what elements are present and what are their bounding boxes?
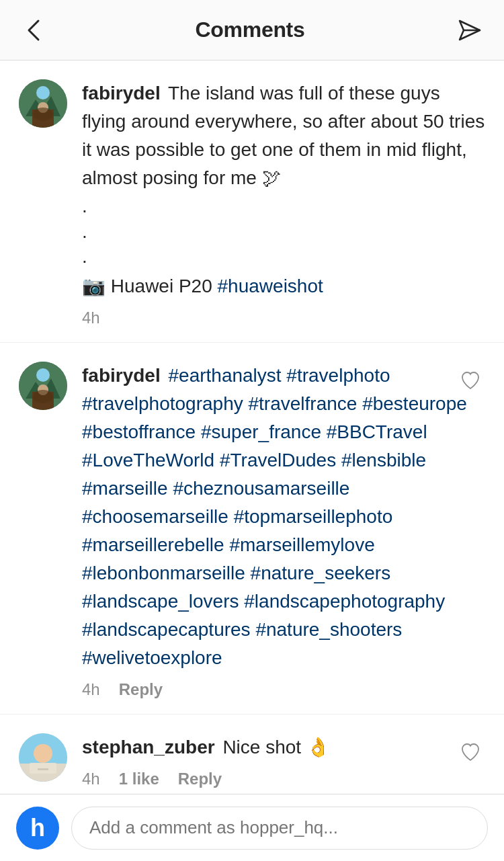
comment-meta: 4h <box>82 309 485 327</box>
dots-line: . <box>82 220 485 243</box>
svg-point-4 <box>36 86 50 99</box>
send-button[interactable] <box>454 15 484 45</box>
comment-time: 4h <box>82 680 100 699</box>
comment-time: 4h <box>82 770 100 788</box>
comment-meta: 4h Reply <box>82 680 485 699</box>
svg-rect-10 <box>32 392 54 410</box>
avatar <box>19 362 67 410</box>
comment-username[interactable]: fabirydel <box>82 365 161 386</box>
comment-text: fabirydel #earthanalyst #travelphoto #tr… <box>82 362 485 672</box>
svg-point-9 <box>36 368 50 382</box>
comments-list: fabirydel The island was full of these g… <box>0 60 504 861</box>
comment-input-area: h <box>0 794 504 861</box>
page-title: Comments <box>196 17 305 42</box>
comment-text: stephan_zuber Nice shot 👌 <box>82 733 485 762</box>
comment-username[interactable]: fabirydel <box>82 83 161 104</box>
svg-point-11 <box>38 384 48 395</box>
svg-rect-5 <box>32 110 54 128</box>
comment-body: fabirydel The island was full of these g… <box>82 79 485 327</box>
comment-time: 4h <box>82 309 100 327</box>
svg-point-14 <box>34 744 52 763</box>
comment-text: fabirydel The island was full of these g… <box>82 79 485 192</box>
svg-rect-16 <box>38 768 48 770</box>
dots-line: . <box>82 245 485 268</box>
reply-button[interactable]: Reply <box>119 680 163 699</box>
back-button[interactable] <box>20 12 46 48</box>
like-button[interactable] <box>456 366 485 395</box>
like-button[interactable] <box>456 737 485 767</box>
dots-line: . <box>82 195 485 218</box>
comment-body: fabirydel #earthanalyst #travelphoto #tr… <box>82 362 485 699</box>
comment-likes-count: 1 like <box>119 770 159 788</box>
comment-input[interactable] <box>71 807 488 850</box>
reply-button[interactable]: Reply <box>178 770 222 788</box>
current-user-avatar: h <box>16 807 59 850</box>
header: Comments <box>0 0 504 60</box>
comment-item: fabirydel The island was full of these g… <box>0 60 504 343</box>
comment-item: stephan_zuber Nice shot 👌 4h 1 like Repl… <box>0 714 504 804</box>
comment-item: fabirydel #earthanalyst #travelphoto #tr… <box>0 343 504 714</box>
comment-body: stephan_zuber Nice shot 👌 4h 1 like Repl… <box>82 733 485 788</box>
camera-line: 📷 Huawei P20 #huaweishot <box>82 272 485 300</box>
avatar <box>19 733 67 782</box>
comment-meta: 4h 1 like Reply <box>82 770 485 788</box>
comment-username[interactable]: stephan_zuber <box>82 737 215 757</box>
svg-point-6 <box>38 102 48 113</box>
avatar-letter: h <box>30 814 45 842</box>
avatar <box>19 79 67 128</box>
